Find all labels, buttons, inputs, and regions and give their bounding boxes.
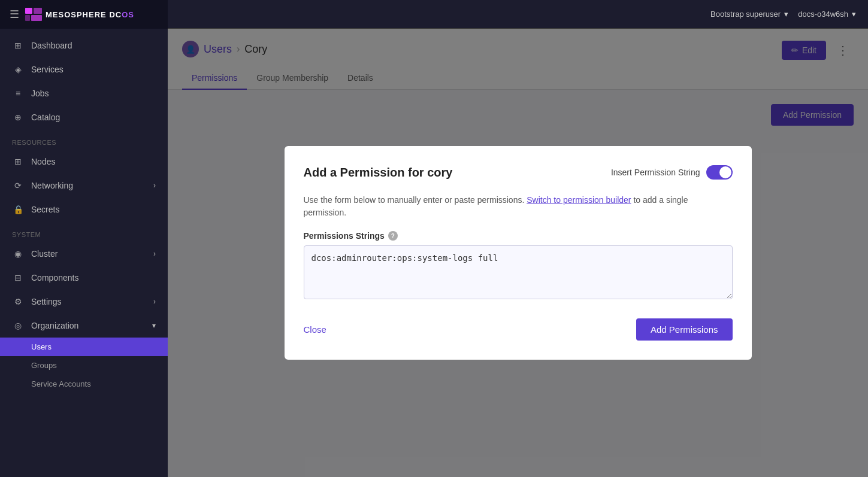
modal-footer: Close Add Permissions bbox=[304, 318, 733, 341]
sidebar-item-catalog-label: Catalog bbox=[31, 113, 60, 122]
sidebar-item-cluster[interactable]: Cluster › bbox=[0, 242, 168, 266]
sidebar-item-components-label: Components bbox=[31, 273, 78, 282]
components-icon bbox=[12, 272, 24, 284]
logo-dc2: DC bbox=[109, 10, 122, 19]
resources-section-label: Resources bbox=[0, 129, 168, 150]
permissions-textarea[interactable] bbox=[304, 245, 733, 299]
sidebar-item-services[interactable]: Services bbox=[0, 57, 168, 81]
sidebar-item-jobs[interactable]: Jobs bbox=[0, 81, 168, 105]
modal-overlay: Add a Permission for cory Insert Permiss… bbox=[168, 29, 868, 477]
topbar-user-chevron-icon: ▾ bbox=[784, 10, 788, 19]
sidebar-item-secrets[interactable]: Secrets bbox=[0, 198, 168, 221]
svg-rect-1 bbox=[34, 8, 42, 14]
sidebar-item-organization-label: Organization bbox=[31, 321, 78, 330]
help-icon[interactable]: ? bbox=[388, 231, 398, 241]
sidebar-item-organization[interactable]: Organization ▾ bbox=[0, 314, 168, 338]
organization-chevron-icon: ▾ bbox=[152, 321, 156, 330]
sidebar-item-services-label: Services bbox=[31, 65, 63, 74]
sidebar-item-nodes[interactable]: Nodes bbox=[0, 150, 168, 174]
modal-desc-text: Use the form below to manually enter or … bbox=[304, 195, 525, 205]
main-area: Bootstrap superuser ▾ docs-o34w6sh ▾ 👤 U… bbox=[168, 0, 868, 477]
sidebar-item-settings[interactable]: Settings › bbox=[0, 290, 168, 314]
modal-header: Add a Permission for cory Insert Permiss… bbox=[304, 165, 733, 180]
sidebar-item-jobs-label: Jobs bbox=[31, 89, 49, 98]
page-content: 👤 Users › Cory ✏ Edit ⋮ Permissions Grou… bbox=[168, 29, 868, 477]
sidebar-item-secrets-label: Secrets bbox=[31, 205, 59, 214]
dashboard-icon bbox=[12, 40, 24, 51]
topbar-cluster[interactable]: docs-o34w6sh ▾ bbox=[798, 10, 856, 19]
add-permissions-button[interactable]: Add Permissions bbox=[636, 318, 733, 341]
sidebar-item-components[interactable]: Components bbox=[0, 266, 168, 290]
topbar-user-label: Bootstrap superuser bbox=[710, 10, 781, 19]
sidebar-item-catalog[interactable]: Catalog bbox=[0, 105, 168, 129]
secrets-icon bbox=[12, 203, 24, 215]
modal: Add a Permission for cory Insert Permiss… bbox=[285, 146, 752, 360]
topbar-user[interactable]: Bootstrap superuser ▾ bbox=[710, 10, 788, 19]
sidebar-item-networking-label: Networking bbox=[31, 181, 73, 190]
sidebar-item-cluster-label: Cluster bbox=[31, 249, 58, 259]
topbar-cluster-label: docs-o34w6sh bbox=[798, 10, 848, 19]
form-label: Permissions Strings ? bbox=[304, 231, 733, 241]
modal-toggle-area: Insert Permission String bbox=[611, 165, 733, 180]
organization-icon bbox=[12, 320, 24, 332]
sidebar-item-nodes-label: Nodes bbox=[31, 157, 55, 166]
modal-description: Use the form below to manually enter or … bbox=[304, 194, 733, 219]
networking-chevron-icon: › bbox=[153, 181, 156, 190]
logo-brand: MESOSPHERE bbox=[46, 10, 107, 19]
nodes-icon bbox=[12, 156, 24, 168]
logo-os: OS bbox=[122, 10, 134, 19]
insert-permission-toggle[interactable] bbox=[706, 165, 733, 180]
sidebar-item-networking[interactable]: Networking › bbox=[0, 174, 168, 198]
sidebar-header: ☰ MESOSPHERE DCOS bbox=[0, 0, 168, 29]
modal-toggle-label: Insert Permission String bbox=[611, 168, 700, 177]
hamburger-icon[interactable]: ☰ bbox=[10, 8, 19, 21]
sidebar-item-groups[interactable]: Groups bbox=[0, 356, 168, 375]
sidebar-item-users-label: Users bbox=[31, 342, 52, 351]
sidebar-item-service-accounts[interactable]: Service Accounts bbox=[0, 375, 168, 393]
catalog-icon bbox=[12, 111, 24, 123]
services-icon bbox=[12, 63, 24, 75]
sidebar-nav: Dashboard Services Jobs Catalog Resource… bbox=[0, 29, 168, 477]
switch-to-builder-link[interactable]: Switch to permission builder bbox=[527, 195, 631, 205]
logo-text: MESOSPHERE DCOS bbox=[46, 10, 134, 19]
jobs-icon bbox=[12, 87, 24, 99]
cluster-chevron-icon: › bbox=[153, 250, 156, 258]
sidebar-logo: MESOSPHERE DCOS bbox=[25, 8, 134, 21]
settings-icon bbox=[12, 296, 24, 308]
svg-rect-2 bbox=[25, 15, 30, 21]
sidebar: ☰ MESOSPHERE DCOS Dashboard Services bbox=[0, 0, 168, 477]
svg-rect-0 bbox=[25, 8, 32, 14]
cluster-icon bbox=[12, 248, 24, 260]
system-section-label: System bbox=[0, 221, 168, 242]
topbar-cluster-chevron-icon: ▾ bbox=[852, 10, 856, 19]
sidebar-item-settings-label: Settings bbox=[31, 297, 62, 306]
sidebar-item-dashboard-label: Dashboard bbox=[31, 41, 72, 50]
logo-svg bbox=[25, 8, 42, 21]
modal-title: Add a Permission for cory bbox=[304, 166, 453, 180]
close-button[interactable]: Close bbox=[304, 324, 326, 335]
sidebar-item-service-accounts-label: Service Accounts bbox=[31, 379, 91, 388]
networking-icon bbox=[12, 180, 24, 192]
sidebar-item-users[interactable]: Users bbox=[0, 338, 168, 356]
settings-chevron-icon: › bbox=[153, 297, 156, 306]
sidebar-item-groups-label: Groups bbox=[31, 361, 57, 370]
topbar: Bootstrap superuser ▾ docs-o34w6sh ▾ bbox=[168, 0, 868, 29]
sidebar-item-dashboard[interactable]: Dashboard bbox=[0, 34, 168, 57]
svg-rect-3 bbox=[31, 15, 42, 21]
